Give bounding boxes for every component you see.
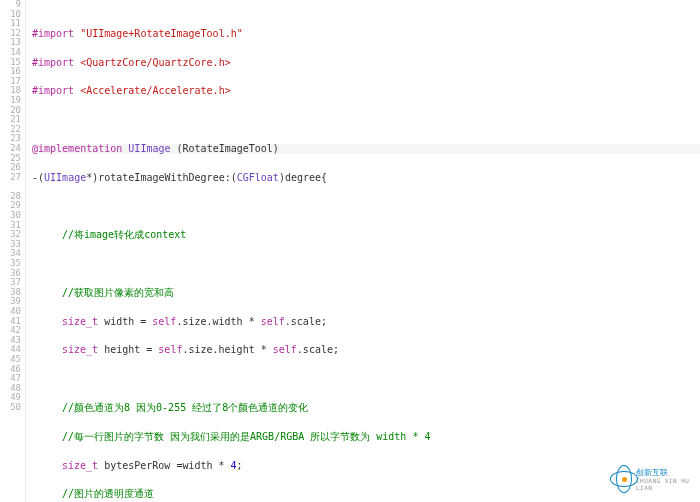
code-line: -(UIImage*)rotateImageWithDegree:(CGFloa… [32, 173, 700, 183]
code-line [32, 201, 700, 211]
code-line: //每一行图片的字节数 因为我们采用的是ARGB/RGBA 所以字节数为 wid… [32, 432, 700, 442]
watermark-text-zh: 创新互联 [636, 468, 694, 477]
watermark-logo-icon [610, 465, 632, 493]
code-area[interactable]: #import "UIImage+RotateImageTool.h" #imp… [26, 0, 700, 502]
code-line: #import "UIImage+RotateImageTool.h" [32, 29, 700, 39]
code-line: #import <QuartzCore/QuartzCore.h> [32, 58, 700, 68]
line-number-gutter: 9101112131415161718192021222324252627282… [0, 0, 26, 502]
watermark-text-en: CHUANG XIN HU LIAN [636, 477, 694, 491]
code-line: size_t bytesPerRow =width * 4; [32, 461, 700, 471]
code-line: @implementation UIImage (RotateImageTool… [32, 144, 700, 154]
code-line: size_t height = self.size.height * self.… [32, 345, 700, 355]
code-line: //获取图片像素的宽和高 [32, 288, 700, 298]
code-line: //将image转化成context [32, 230, 700, 240]
code-line: //颜色通道为8 因为0-255 经过了8个颜色通道的变化 [32, 403, 700, 413]
code-line: //图片的透明度通道 [32, 489, 700, 499]
code-line [32, 115, 700, 125]
code-editor: 9101112131415161718192021222324252627282… [0, 0, 700, 502]
code-line: #import <Accelerate/Accelerate.h> [32, 86, 700, 96]
code-line [32, 259, 700, 269]
code-line [32, 374, 700, 384]
code-line: size_t width = self.size.width * self.sc… [32, 317, 700, 327]
watermark: 创新互联 CHUANG XIN HU LIAN [610, 462, 694, 496]
